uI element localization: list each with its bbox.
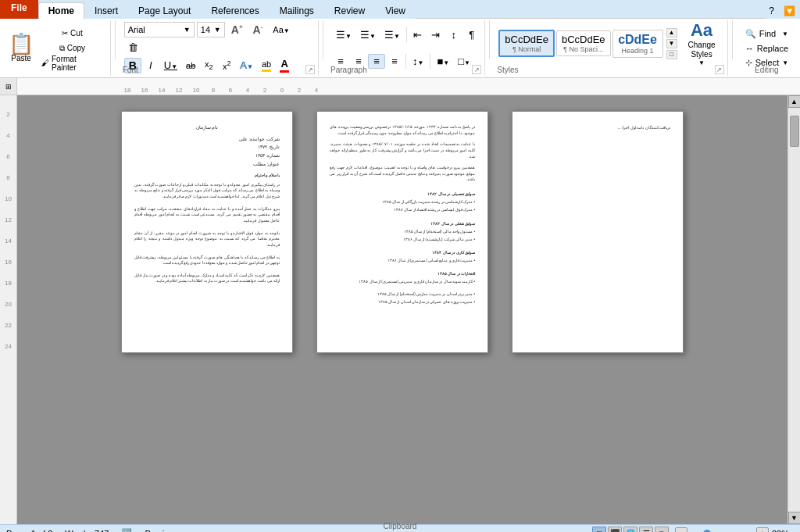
editing-group: 🔍 Find ▼ ↔ Replace ⊹ Select ▼ Editing — [737, 20, 797, 76]
styles-scroll-area: ▲ ▼ □ — [666, 28, 677, 59]
ribbon-help-icon[interactable]: ? — [764, 3, 779, 19]
font-group: Arial ▼ 14 ▼ A+ A- Aa▼ 🗑 B I U▼ ab x2 x2… — [120, 20, 319, 76]
font-group-label: Font — [123, 66, 138, 74]
format-painter-icon: 🖌 — [41, 59, 49, 67]
paragraph-dialog-launcher[interactable]: ↗ — [472, 65, 481, 74]
clipboard-group: 📋 Paste ✂ Cut ⧉ Copy 🖌 Format Painter Cl… — [3, 20, 111, 76]
left-ruler: 24681012141618202224 — [0, 95, 17, 524]
scroll-thumb[interactable] — [790, 116, 799, 147]
tab-home[interactable]: Home — [38, 2, 84, 20]
style-no-spacing-button[interactable]: bCcDdEe ¶ No Spaci... — [556, 30, 611, 56]
grow-font-button[interactable]: A+ — [227, 22, 247, 37]
style-no-spacing-text: bCcDdEe — [562, 34, 605, 45]
tab-view[interactable]: View — [375, 2, 416, 20]
styles-dialog-launcher[interactable]: ↗ — [715, 65, 724, 74]
multilevel-list-button[interactable]: ☰▼ — [380, 27, 404, 42]
binoculars-icon: 🔍 — [745, 29, 756, 39]
font-dialog-launcher[interactable]: ↗ — [305, 65, 315, 74]
ruler-corner[interactable]: ⊞ — [0, 78, 17, 95]
eraser-icon: 🗑 — [128, 41, 138, 53]
copy-button[interactable]: ⧉ Copy — [38, 41, 107, 55]
style-heading1-text: cDdEe — [618, 33, 658, 47]
tab-review[interactable]: Review — [324, 2, 375, 20]
show-formatting-button[interactable]: ¶ — [463, 27, 480, 42]
style-normal-text: bCcDdEe — [505, 34, 548, 45]
paste-button[interactable]: 📋 Paste — [6, 27, 36, 70]
decrease-indent-button[interactable]: ⇤ — [409, 27, 427, 42]
styles-group: bCcDdEe ¶ Normal bCcDdEe ¶ No Spaci... c… — [494, 20, 727, 76]
change-styles-button[interactable]: Aa Change Styles ▼ — [680, 23, 723, 65]
copy-label: Copy — [67, 44, 85, 52]
style-heading1-sublabel: Heading 1 — [618, 47, 658, 55]
styles-scroll-down[interactable]: ▼ — [666, 39, 677, 48]
editing-group-label: Editing — [755, 66, 779, 74]
ribbon-tabs-bar: File Home Insert Page Layout References … — [0, 0, 800, 19]
tab-references[interactable]: References — [201, 2, 269, 20]
font-name-selector[interactable]: Arial ▼ — [124, 22, 195, 37]
style-no-spacing-sublabel: ¶ No Spaci... — [562, 45, 605, 53]
scroll-track — [789, 108, 800, 512]
find-dropdown-icon: ▼ — [782, 30, 788, 37]
tab-file[interactable]: File — [0, 0, 38, 19]
styles-expand[interactable]: □ — [666, 50, 677, 59]
shrink-font-button[interactable]: A- — [249, 22, 267, 37]
vertical-scrollbar: ▲ ▼ — [788, 95, 800, 524]
sort-button[interactable]: ↕ — [445, 27, 462, 42]
cut-label: Cut — [70, 29, 83, 37]
paragraph-group-label: Paragraph — [330, 66, 367, 74]
horizontal-ruler: 18 16 14 12 10 8 6 4 2 0 2 4 — [17, 78, 800, 95]
scissors-icon: ✂ — [62, 29, 68, 37]
font-size-selector[interactable]: 14 ▼ — [197, 22, 225, 37]
doc-canvas: نام سازمان شرکت خواننده: علی تاریخ: ۱۳۷۲… — [17, 95, 788, 524]
replace-icon: ↔ — [745, 44, 754, 53]
ribbon-content: 📋 Paste ✂ Cut ⧉ Copy 🖌 Format Painter Cl… — [0, 19, 800, 78]
paragraph-group: ☰▼ ☰▼ ☰▼ ⇤ ⇥ ↕ ¶ ≡ ≡ ≡ ≡ ↕▼ ■▼ □▼ Paragr… — [327, 20, 485, 76]
page-1: نام سازمان شرکت خواننده: علی تاریخ: ۱۳۷۲… — [121, 111, 293, 353]
scroll-up-button[interactable]: ▲ — [788, 95, 801, 108]
paste-icon: 📋 — [9, 34, 34, 54]
page-3: دریافت کنندگان نامه اول اجرا: ... — [512, 111, 684, 353]
font-dropdown-icon: ▼ — [184, 26, 191, 34]
tab-insert[interactable]: Insert — [84, 2, 128, 20]
change-styles-label: Change Styles — [688, 41, 716, 59]
style-heading1-button[interactable]: cDdEe Heading 1 — [612, 30, 663, 58]
change-styles-aa-icon: Aa — [691, 20, 712, 41]
find-button[interactable]: 🔍 Find ▼ — [741, 27, 792, 41]
numbering-button[interactable]: ☰▼ — [356, 27, 380, 42]
change-case-button[interactable]: Aa▼ — [269, 23, 293, 36]
styles-scroll-up[interactable]: ▲ — [666, 28, 677, 37]
size-dropdown-icon: ▼ — [214, 26, 221, 34]
tab-mailings[interactable]: Mailings — [270, 2, 324, 20]
format-painter-button[interactable]: 🖌 Format Painter — [38, 56, 107, 70]
format-painter-label: Format Painter — [52, 55, 103, 72]
cut-button[interactable]: ✂ Cut — [38, 27, 107, 41]
paste-label: Paste — [11, 54, 31, 62]
ribbon-minimize-icon[interactable]: 🔽 — [779, 3, 800, 19]
style-normal-sublabel: ¶ Normal — [505, 45, 548, 53]
ruler-area: ⊞ 18 16 14 12 10 8 6 4 2 0 2 4 — [0, 78, 800, 95]
bullets-button[interactable]: ☰▼ — [332, 27, 355, 42]
page-2: در پاسخ به نامه شماره ۱۲۳۴ مورخه ۱۳۸۵/۰۶… — [316, 111, 488, 353]
clear-formatting-button[interactable]: 🗑 — [124, 40, 142, 55]
tab-page-layout[interactable]: Page Layout — [128, 2, 201, 20]
increase-indent-button[interactable]: ⇥ — [427, 27, 445, 42]
copy-icon: ⧉ — [59, 44, 65, 53]
main-area: 24681012141618202224 نام سازمان شرکت خوا… — [0, 95, 800, 524]
replace-button[interactable]: ↔ Replace — [741, 41, 792, 55]
styles-group-label: Styles — [497, 66, 518, 74]
style-normal-button[interactable]: bCcDdEe ¶ Normal — [498, 30, 555, 57]
